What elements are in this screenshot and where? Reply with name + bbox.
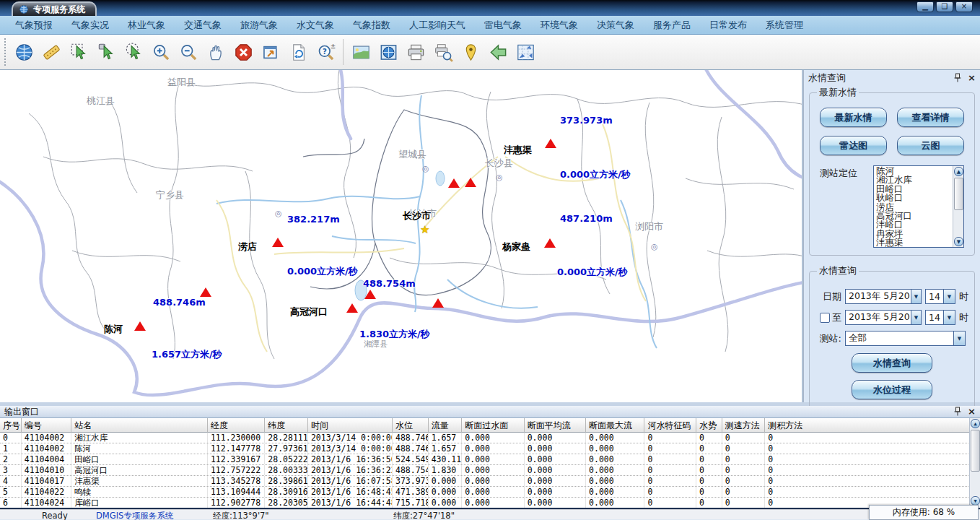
station-marker[interactable]	[545, 139, 556, 148]
pin-icon[interactable]	[953, 73, 962, 83]
menu-item-13[interactable]: 日常发布	[700, 19, 756, 32]
menu-item-6[interactable]: 水文气象	[287, 19, 344, 32]
back-arrow-icon[interactable]	[484, 38, 512, 66]
globe-icon[interactable]	[10, 38, 38, 66]
panel-close-icon[interactable]: ×	[968, 74, 976, 82]
pin-icon[interactable]	[953, 407, 962, 417]
water-query-button[interactable]: 水情查询	[852, 353, 932, 373]
pan-hand-icon[interactable]	[202, 38, 229, 66]
zoom-in-icon[interactable]	[147, 38, 175, 66]
stop-icon[interactable]	[229, 38, 257, 66]
hour-from-combo[interactable]: 14▼	[925, 289, 955, 304]
column-header[interactable]: 流量	[429, 418, 463, 433]
station-marker[interactable]	[272, 238, 284, 247]
chevron-down-icon[interactable]: ▼	[943, 290, 955, 303]
column-header[interactable]: 站名	[71, 418, 208, 433]
station-marker[interactable]	[544, 238, 556, 248]
print-preview-icon[interactable]	[429, 38, 457, 66]
column-header[interactable]: 经度	[208, 418, 265, 433]
column-header[interactable]: 断面过水面	[462, 418, 524, 433]
scroll-up-icon[interactable]: ▲	[954, 167, 963, 176]
menu-item-7[interactable]: 气象指数	[344, 19, 400, 32]
menu-item-12[interactable]: 服务产品	[644, 19, 700, 32]
scroll-thumb[interactable]	[954, 178, 963, 210]
output-table[interactable]: ▲ ▼ 序号编号站名经度纬度时间水位流量断面过水面断面平均流断面最大流河水特征码…	[0, 418, 980, 508]
station-marker[interactable]	[200, 287, 211, 297]
close-button[interactable]: ×	[955, 1, 973, 12]
station-list-item[interactable]: 沣惠渠	[876, 238, 952, 247]
station-marker[interactable]	[432, 298, 444, 308]
station-marker[interactable]	[364, 290, 376, 299]
select-arrow-icon[interactable]	[92, 38, 120, 66]
overview-map-icon[interactable]	[512, 38, 539, 66]
latest-water-button[interactable]: 最新水情	[820, 108, 887, 127]
water-level-process-button[interactable]: 水位过程	[852, 380, 932, 399]
menu-item-14[interactable]: 系统管理	[756, 19, 813, 32]
maximize-button[interactable]: ❑	[936, 1, 953, 12]
station-marker[interactable]	[465, 178, 476, 187]
menu-item-2[interactable]: 气象实况	[62, 19, 118, 32]
hour-to-combo[interactable]: 14▼	[925, 310, 955, 325]
chevron-down-icon[interactable]: ▼	[953, 332, 965, 345]
full-extent-icon[interactable]	[257, 38, 284, 66]
measure-ruler-icon[interactable]	[38, 38, 65, 66]
view-details-button[interactable]: 查看详情	[897, 108, 964, 127]
column-header[interactable]: 河水特征码	[644, 418, 696, 433]
zoom-out-icon[interactable]	[175, 38, 202, 66]
image-export-icon[interactable]	[347, 38, 375, 66]
station-marker[interactable]	[448, 178, 460, 188]
table-row[interactable]: 641104024库峪口112.90277828.2030562013/1/6 …	[0, 498, 980, 508]
menu-item-11[interactable]: 决策气象	[587, 19, 644, 32]
table-row[interactable]: 541104022鸣犊113.10944428.3091672013/1/6 1…	[0, 487, 980, 498]
chevron-down-icon[interactable]: ▼	[943, 311, 955, 324]
chevron-down-icon[interactable]: ▼	[911, 311, 921, 324]
column-header[interactable]: 编号	[22, 418, 72, 433]
identify-icon[interactable]: ?±	[312, 38, 339, 66]
column-header[interactable]: 测速方法	[722, 418, 766, 433]
radar-chart-button[interactable]: 雷达图	[820, 136, 887, 155]
output-close-icon[interactable]: ×	[968, 407, 976, 416]
scroll-down-icon[interactable]: ▼	[954, 237, 963, 246]
refresh-icon[interactable]	[284, 38, 312, 66]
date-to-combo[interactable]: 2013年 5月20日▼	[845, 310, 922, 325]
chevron-down-icon[interactable]: ▼	[911, 290, 921, 303]
print-icon[interactable]	[402, 38, 429, 66]
menu-item-9[interactable]: 雷电气象	[475, 19, 531, 32]
table-row[interactable]: 141104002陈河112.14777827.9736112013/3/14 …	[0, 443, 980, 454]
scroll-thumb[interactable]	[971, 430, 980, 472]
locate-pin-icon[interactable]	[457, 38, 484, 66]
column-header[interactable]: 断面最大流	[586, 418, 644, 433]
column-header[interactable]: 水势	[696, 418, 722, 433]
column-header[interactable]: 时间	[308, 418, 393, 433]
select-features-icon[interactable]	[65, 38, 92, 66]
menu-item-10[interactable]: 环境气象	[531, 19, 587, 32]
menu-item-8[interactable]: 人工影响天气	[400, 19, 475, 32]
column-header[interactable]: 纬度	[265, 418, 308, 433]
table-row[interactable]: 041104002湘江水库111.23000028.2811112013/3/1…	[0, 433, 980, 443]
column-header[interactable]: 水位	[393, 418, 429, 433]
scroll-up-icon[interactable]: ▲	[971, 419, 980, 428]
listbox-scrollbar[interactable]: ▲ ▼	[953, 166, 963, 247]
station-marker[interactable]	[134, 321, 146, 331]
date-from-combo[interactable]: 2013年 5月20日▼	[845, 289, 922, 304]
column-header[interactable]: 断面平均流	[525, 418, 586, 433]
to-date-checkbox[interactable]	[820, 313, 830, 323]
cloud-image-button[interactable]: 云图	[897, 136, 964, 155]
table-row[interactable]: 441104017沣惠渠113.34527828.3986112013/1/6 …	[0, 476, 980, 487]
menu-item-5[interactable]: 旅游气象	[231, 19, 287, 32]
column-header[interactable]: 序号	[0, 418, 22, 433]
station-listbox[interactable]: ▲ ▼ 陈河湘江水库田峪口耿峪口涝店高冠河口沣峪口冉家坪沣惠渠	[873, 165, 964, 248]
menu-item-1[interactable]: 气象预报	[6, 19, 62, 32]
map-canvas[interactable]: 益阳县桃江县宁乡县望城县长沙县长沙市浏阳市湘潭县长沙市沣惠渠涝店陈河高冠河口杨家…	[0, 70, 803, 402]
menu-item-4[interactable]: 交通气象	[175, 19, 231, 32]
station-marker[interactable]	[346, 303, 358, 313]
column-header[interactable]: 测积方法	[765, 418, 980, 433]
map-window-icon[interactable]	[375, 38, 402, 66]
station-select-combo[interactable]: 全部▼	[845, 331, 966, 346]
table-row[interactable]: 341104010高冠河口112.75722228.0033332013/1/6…	[0, 465, 980, 476]
table-row[interactable]: 241104004田峪口112.33916728.0522222013/1/6 …	[0, 454, 980, 465]
minimize-button[interactable]: ▁	[916, 1, 934, 12]
menu-item-3[interactable]: 林业气象	[118, 19, 175, 32]
deselect-icon[interactable]	[120, 38, 147, 66]
output-scrollbar[interactable]: ▲ ▼	[969, 418, 980, 508]
